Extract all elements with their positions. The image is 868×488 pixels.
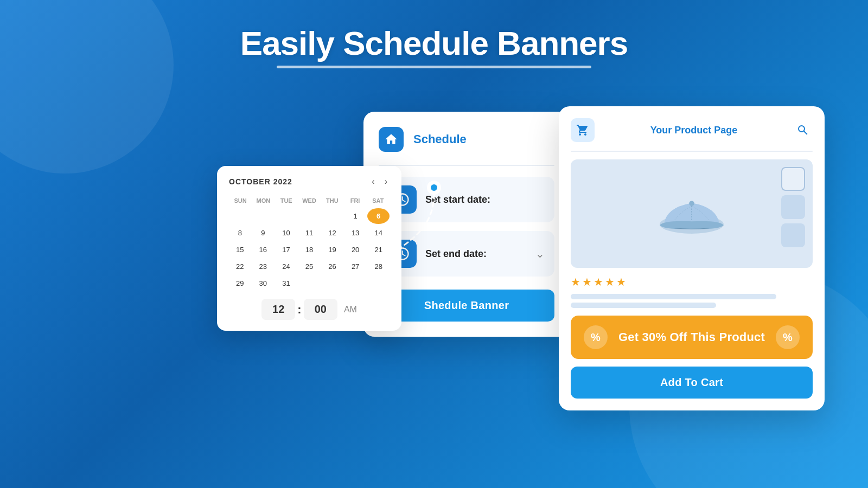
product-description — [571, 294, 813, 308]
calendar-header: OCTOBER 2022 ‹ › — [229, 177, 390, 187]
cal-day-7[interactable]: 13 — [344, 225, 367, 241]
cart-icon — [571, 118, 595, 142]
cal-day-6[interactable]: 12 — [321, 225, 343, 241]
cal-day-24[interactable]: 30 — [252, 275, 275, 291]
star-3: ★ — [593, 275, 603, 288]
cal-empty-2 — [275, 208, 297, 224]
desc-line-2 — [571, 303, 716, 308]
time-ampm[interactable]: AM — [344, 305, 357, 314]
cal-day-4[interactable]: 10 — [275, 225, 297, 241]
product-image-area — [571, 159, 813, 268]
svg-point-5 — [689, 201, 694, 206]
time-hours[interactable]: 12 — [261, 299, 295, 320]
product-cap-image — [648, 184, 735, 243]
page-title: Easily Schedule Banners — [240, 24, 628, 62]
start-date-field[interactable]: Set start date: — [379, 177, 554, 222]
cal-day-8[interactable]: 14 — [367, 225, 390, 241]
thumb-1[interactable] — [781, 167, 805, 191]
product-thumb-stack — [781, 167, 805, 247]
day-tue: TUE — [275, 195, 298, 206]
cal-day-3[interactable]: 9 — [252, 225, 275, 241]
cal-day-selected-6[interactable]: 6 — [367, 208, 390, 224]
end-date-label: Set end date: — [425, 248, 487, 260]
title-underline — [277, 66, 591, 68]
thumb-3[interactable] — [781, 223, 805, 247]
end-date-field[interactable]: Set end date: ⌄ — [379, 231, 554, 277]
calendar-prev-button[interactable]: ‹ — [369, 177, 376, 187]
time-colon: : — [297, 303, 301, 317]
add-to-cart-button[interactable]: Add To Cart — [571, 367, 813, 399]
calendar-popup: OCTOBER 2022 ‹ › SUN MON TUE WED THU FRI… — [217, 166, 401, 331]
desc-line-1 — [571, 294, 776, 299]
cal-day-10[interactable]: 16 — [252, 242, 275, 258]
day-sun: SUN — [229, 195, 252, 206]
cal-day-2[interactable]: 8 — [229, 225, 251, 241]
cal-day-21[interactable]: 27 — [344, 259, 367, 274]
calendar-grid: SUN MON TUE WED THU FRI SAT 1 6 8 9 — [229, 195, 390, 291]
calendar-next-button[interactable]: › — [382, 177, 390, 187]
cal-day-1[interactable]: 1 — [344, 208, 367, 224]
cal-day-14[interactable]: 20 — [344, 242, 367, 258]
schedule-card-title: Schedule — [413, 132, 467, 146]
cal-empty-3 — [298, 208, 321, 224]
cal-day-13[interactable]: 19 — [321, 242, 343, 258]
home-icon — [379, 127, 404, 152]
calendar-time: 12 : 00 AM — [229, 299, 390, 320]
day-fri: FRI — [343, 195, 366, 206]
promo-badge-left: % — [584, 325, 608, 349]
day-sat: SAT — [367, 195, 390, 206]
product-stars: ★ ★ ★ ★ ★ — [571, 275, 813, 288]
cal-day-23[interactable]: 29 — [229, 275, 251, 291]
cal-day-9[interactable]: 15 — [229, 242, 251, 258]
product-page-title: Your Product Page — [650, 125, 738, 136]
cal-day-22[interactable]: 28 — [367, 259, 390, 274]
calendar-nav: ‹ › — [369, 177, 390, 187]
star-1: ★ — [571, 275, 580, 288]
content-area: Schedule Set start date: Set end date: ⌄… — [0, 101, 868, 337]
day-wed: WED — [298, 195, 321, 206]
cal-day-16[interactable]: 22 — [229, 259, 251, 274]
cal-empty-0 — [229, 208, 251, 224]
promo-text: Get 30% Off This Product — [618, 330, 765, 344]
star-4: ★ — [605, 275, 615, 288]
calendar-days: 1 6 8 9 10 11 12 13 14 15 16 17 18 19 20… — [229, 208, 390, 291]
calendar-month: OCTOBER 2022 — [229, 177, 292, 186]
end-date-arrow: ⌄ — [535, 247, 545, 260]
cal-day-25[interactable]: 31 — [275, 275, 297, 291]
product-card-header: Your Product Page — [571, 118, 813, 142]
promo-badge-right: % — [776, 325, 800, 349]
product-card: Your Product Page — [559, 106, 825, 410]
cal-day-18[interactable]: 24 — [275, 259, 297, 274]
cal-empty-1 — [252, 208, 275, 224]
cal-day-17[interactable]: 23 — [252, 259, 275, 274]
promo-banner: % Get 30% Off This Product % — [571, 316, 813, 359]
cal-day-12[interactable]: 18 — [298, 242, 321, 258]
search-icon[interactable] — [793, 120, 813, 140]
day-mon: MON — [252, 195, 275, 206]
cal-empty-4 — [321, 208, 343, 224]
cal-day-11[interactable]: 17 — [275, 242, 297, 258]
star-2: ★ — [582, 275, 592, 288]
schedule-banner-button[interactable]: Shedule Banner — [379, 290, 554, 322]
cal-day-20[interactable]: 26 — [321, 259, 343, 274]
cal-day-19[interactable]: 25 — [298, 259, 321, 274]
day-thu: THU — [321, 195, 343, 206]
product-divider — [571, 151, 813, 152]
cal-day-5[interactable]: 11 — [298, 225, 321, 241]
divider — [379, 165, 554, 166]
calendar-days-header: SUN MON TUE WED THU FRI SAT — [229, 195, 390, 206]
star-5: ★ — [616, 275, 626, 288]
schedule-card-header: Schedule — [379, 127, 554, 152]
cal-day-15[interactable]: 21 — [367, 242, 390, 258]
start-date-label: Set start date: — [425, 194, 490, 206]
thumb-2[interactable] — [781, 195, 805, 219]
time-minutes[interactable]: 00 — [304, 299, 337, 320]
